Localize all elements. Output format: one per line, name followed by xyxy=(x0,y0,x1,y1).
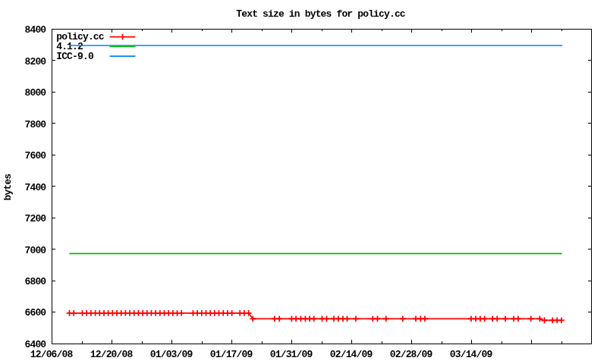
svg-text:8000: 8000 xyxy=(24,87,46,99)
svg-text:02/28/09: 02/28/09 xyxy=(390,349,433,360)
svg-text:6600: 6600 xyxy=(24,307,46,318)
svg-text:03/14/09: 03/14/09 xyxy=(450,349,493,360)
svg-text:7400: 7400 xyxy=(24,182,46,193)
svg-text:12/06/08: 12/06/08 xyxy=(30,349,74,360)
svg-text:8400: 8400 xyxy=(24,24,46,36)
svg-text:8200: 8200 xyxy=(24,56,46,67)
svg-text:bytes: bytes xyxy=(2,174,14,201)
svg-text:Text size in bytes for policy.: Text size in bytes for policy.cc xyxy=(236,8,405,20)
svg-text:01/03/09: 01/03/09 xyxy=(150,349,193,360)
svg-text:02/14/09: 02/14/09 xyxy=(330,349,373,360)
svg-text:7800: 7800 xyxy=(24,119,46,130)
svg-text:01/17/09: 01/17/09 xyxy=(210,349,253,360)
svg-text:6800: 6800 xyxy=(24,276,46,287)
svg-text:01/31/09: 01/31/09 xyxy=(270,349,313,360)
svg-text:7000: 7000 xyxy=(24,245,46,256)
svg-text:7600: 7600 xyxy=(24,150,46,162)
svg-text:ICC-9.0: ICC-9.0 xyxy=(56,51,94,62)
svg-text:7200: 7200 xyxy=(24,213,46,224)
svg-text:12/20/08: 12/20/08 xyxy=(90,349,134,360)
